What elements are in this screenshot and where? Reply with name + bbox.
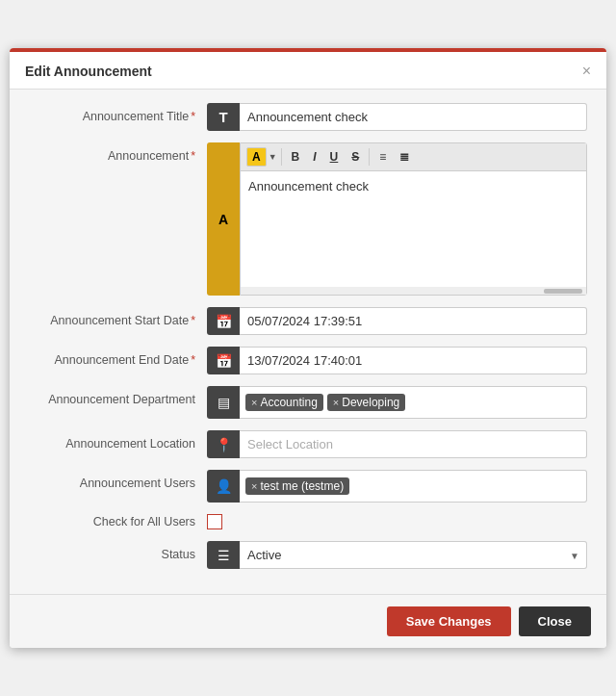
users-row: Announcement Users 👤 × test me (testme)	[29, 470, 587, 503]
department-tags-input[interactable]: × Accounting × Developing	[240, 386, 587, 419]
location-icon: 📍	[207, 430, 240, 458]
toolbar-divider-2	[369, 148, 370, 166]
underline-button[interactable]: U	[324, 147, 345, 167]
status-label: Status	[29, 541, 207, 561]
location-row: Announcement Location 📍	[29, 430, 587, 458]
users-control: 👤 × test me (testme)	[207, 470, 587, 503]
header-close-button[interactable]: ×	[582, 64, 591, 79]
tag-accounting: × Accounting	[245, 394, 323, 411]
bullet-list-button[interactable]: ≡	[373, 147, 392, 167]
status-select-outer: Active Inactive ▼	[240, 541, 587, 569]
modal-footer: Save Changes Close	[10, 594, 606, 648]
end-date-control: 📅	[207, 347, 587, 374]
users-tags-input[interactable]: × test me (testme)	[240, 470, 587, 503]
remove-accounting-tag[interactable]: ×	[251, 397, 257, 408]
title-input[interactable]	[240, 103, 587, 131]
editor-toolbar: A ▼ B I U S ≡ ≣	[241, 143, 586, 171]
toolbar-divider-1	[281, 148, 282, 166]
title-row: Announcement Title*	[29, 103, 587, 131]
editor-icon: A	[207, 142, 240, 296]
title-icon	[207, 103, 240, 131]
location-control: 📍	[207, 430, 587, 458]
users-label: Announcement Users	[29, 470, 207, 490]
start-date-input[interactable]	[240, 307, 587, 335]
location-input[interactable]	[240, 430, 587, 458]
font-color-button[interactable]: A	[246, 147, 267, 167]
announcement-label: Announcement*	[29, 142, 207, 163]
start-date-row: Announcement Start Date* 📅	[29, 307, 587, 335]
end-date-row: Announcement End Date* 📅	[29, 347, 587, 374]
editor-scrollbar	[241, 287, 586, 295]
status-row: Status ☰ Active Inactive ▼	[29, 541, 587, 569]
remove-developing-tag[interactable]: ×	[333, 397, 339, 408]
users-icon: 👤	[207, 470, 240, 503]
save-changes-button[interactable]: Save Changes	[387, 606, 511, 636]
check-all-users-label: Check for All Users	[29, 515, 207, 528]
modal-body: Announcement Title* Announcement* A	[10, 90, 606, 594]
start-date-icon: 📅	[207, 307, 240, 335]
modal-header: Edit Announcement ×	[10, 52, 606, 90]
ordered-list-button[interactable]: ≣	[394, 147, 415, 167]
close-button[interactable]: Close	[519, 606, 591, 636]
announcement-editor-wrap: A A ▼ B I U S ≡ ≣	[207, 142, 587, 296]
department-row: Announcement Department ▤ × Accounting ×…	[29, 386, 587, 419]
tag-testme: × test me (testme)	[245, 477, 349, 495]
location-label: Announcement Location	[29, 430, 207, 451]
start-date-control: 📅	[207, 307, 587, 335]
title-label: Announcement Title*	[29, 103, 207, 123]
end-date-input[interactable]	[240, 347, 587, 374]
modal-title: Edit Announcement	[25, 64, 152, 79]
department-control: ▤ × Accounting × Developing	[207, 386, 587, 419]
department-icon: ▤	[207, 386, 240, 419]
status-select[interactable]: Active Inactive	[240, 541, 587, 569]
rich-text-editor[interactable]: A ▼ B I U S ≡ ≣ Announcement check	[240, 142, 587, 296]
strikethrough-button[interactable]: S	[346, 147, 365, 167]
status-control: ☰ Active Inactive ▼	[207, 541, 587, 569]
tag-developing: × Developing	[327, 394, 405, 411]
editor-content-area[interactable]: Announcement check	[241, 171, 586, 287]
check-all-users-checkbox[interactable]	[207, 514, 222, 529]
title-control	[207, 103, 587, 131]
announcement-row: Announcement* A A ▼ B I U	[29, 142, 587, 296]
department-label: Announcement Department	[29, 386, 207, 406]
remove-testme-tag[interactable]: ×	[251, 480, 257, 492]
start-date-label: Announcement Start Date*	[29, 307, 207, 327]
status-icon: ☰	[207, 541, 240, 569]
font-color-dropdown[interactable]: ▼	[269, 152, 277, 162]
bold-button[interactable]: B	[286, 147, 306, 167]
end-date-label: Announcement End Date*	[29, 347, 207, 367]
check-all-users-row: Check for All Users	[29, 514, 587, 529]
edit-announcement-modal: Edit Announcement × Announcement Title* …	[10, 48, 606, 648]
italic-button[interactable]: I	[307, 147, 321, 167]
end-date-icon: 📅	[207, 347, 240, 374]
